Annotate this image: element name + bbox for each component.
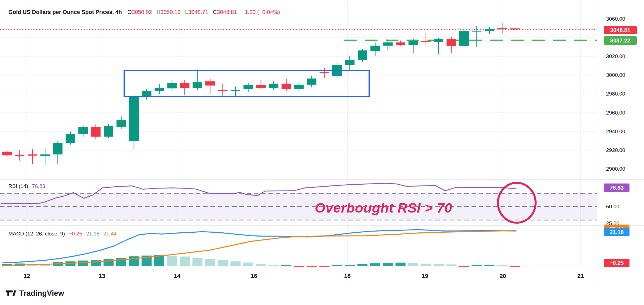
candle-body [459,31,469,46]
candle-body [282,84,291,89]
candle-body [104,126,113,137]
circle-annotation[interactable] [497,182,537,224]
macd-label: MACD (12, 26, close, 9) [8,231,65,237]
candle-body [447,39,456,46]
candle-body [205,81,215,85]
macd-hist-bar [484,265,494,266]
change-value: −1.20 (−0.04%) [242,9,280,15]
macd-hist-bar [332,265,342,266]
time-axis[interactable]: 1213141618192021 [0,267,597,285]
tradingview-logo-icon [5,288,17,299]
candle-body [434,39,443,42]
macd-signal-value: 21.44 [103,231,117,237]
time-tick-label: 13 [98,273,105,279]
candle-body [358,50,367,60]
macd-value-badge: 21.18 [604,228,629,236]
macd-hist-bar [256,264,266,266]
macd-hist-bar [243,263,253,266]
tradingview-chart-window: Gold US Dollars per Ounce Spot Prices, 4… [0,0,644,305]
time-tick-label: 19 [422,273,428,279]
price-tick-label: 2960.00 [606,110,625,116]
ohlc-low: L3048.71 [185,9,208,15]
ohlc-open: O3050.02 [128,9,152,15]
macd-line-value: 21.18 [86,231,100,237]
candle-body [28,154,37,156]
candle-body [193,82,202,88]
price-tick-label: 2900.00 [606,166,625,172]
candle-body [167,83,177,88]
price-tick-label: 3020.00 [606,53,625,59]
candle-body [66,134,75,143]
time-tick-label: 16 [251,273,257,279]
candle-body [408,41,418,45]
rsi-value-badge: 76.83 [604,184,629,192]
macd-hist-bar [167,256,177,266]
macd-hist-bar [218,260,228,266]
macd-hist-bar [269,265,279,266]
candle-body [91,127,101,137]
candle-body [307,78,316,85]
price-tick-label: 3000.00 [606,72,625,78]
rsi-legend: RSI (14) 76.83 [8,183,45,189]
overbought-annotation-text[interactable]: Overbought RSI > 70 [315,200,452,216]
candle-body [244,85,253,89]
macd-hist-bar [230,261,241,266]
candle-body [396,42,405,45]
candle-body [129,97,139,141]
time-tick-label: 20 [499,273,506,279]
price-tick-label: 2920.00 [606,147,625,153]
candle-body [510,28,520,29]
macd-hist-bar [446,265,456,266]
candle-body [383,42,393,46]
rsi-tick-label: 50.00 [606,204,619,210]
tradingview-logo[interactable]: TradingView [5,288,64,299]
macd-hist-bar [434,264,444,266]
time-tick-label: 21 [577,273,584,279]
candle-body [269,84,278,88]
candle-body [155,88,164,91]
price-tick-label: 2980.00 [606,91,625,97]
candle-body [421,41,431,42]
candle-body [117,120,126,127]
macd-hist-bar [345,265,355,266]
price-tick-label: 3060.00 [606,16,625,22]
macd-hist-bar [91,260,101,266]
tradingview-logo-text: TradingView [19,289,64,298]
candle-body [294,85,304,89]
macd-hist-bar [497,265,507,266]
candle-body [53,143,63,154]
candle-body [231,90,240,91]
macd-hist-bar [383,263,393,266]
macd-hist-bar [472,265,482,266]
candle-body [78,127,88,134]
macd-hist-bar [421,264,431,266]
macd-hist-badge: −0.25 [604,259,629,267]
candle-body [218,90,228,91]
macd-hist-bar [180,256,190,266]
candle-body [485,29,494,31]
candle-body [256,85,266,88]
time-tick-label: 14 [174,273,180,279]
time-tick-label: 12 [23,273,30,279]
candle-body [371,46,380,51]
ohlc-high: H3050.13 [157,9,181,15]
candle-body [40,154,50,156]
level-price-badge: 3037.22 [604,36,637,45]
candle-body [498,28,507,29]
macd-hist-bar [205,259,215,266]
candle-body [180,83,189,88]
ohlc-close: C3048.81 [213,9,237,15]
candle-body [2,152,12,155]
macd-hist-value: −0.25 [69,231,82,237]
time-tick-label: 18 [344,273,350,279]
macd-hist-bar [193,258,203,266]
rsi-label: RSI (14) [8,183,28,189]
chart-canvas[interactable] [0,0,644,305]
candle-body [472,31,482,32]
macd-legend: MACD (12, 26, close, 9) −0.25 21.18 21.4… [8,231,117,237]
macd-hist-bar [281,265,291,266]
macd-hist-bar [357,264,367,266]
macd-hist-bar [408,263,418,266]
candle-body [320,72,329,73]
price-tick-label: 2940.00 [606,128,625,135]
